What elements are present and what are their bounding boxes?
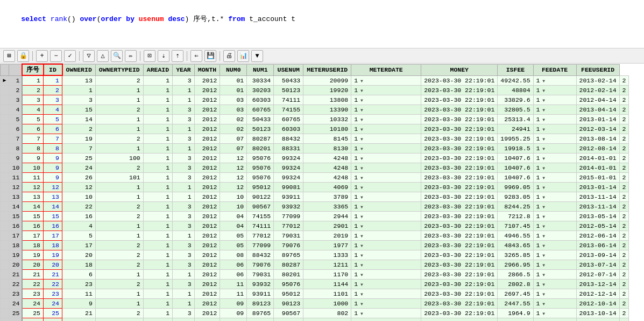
row-indicator	[1, 114, 9, 124]
table-cell: 18	[22, 240, 44, 250]
col-feeuserid-header[interactable]: FEEUSERID	[576, 64, 619, 75]
col-meteruserid-header[interactable]: METERUSERID	[303, 64, 351, 75]
table-row[interactable]: 15151516213201204741557709929441 ▼2023-0…	[1, 211, 629, 221]
table-cell: 26	[62, 172, 96, 182]
col-month-header[interactable]: MONTH	[194, 64, 220, 75]
table-cell: 1	[95, 124, 143, 134]
remove-button[interactable]: −	[50, 50, 62, 62]
table-row[interactable]: 9992510013201212950769932442481 ▼2023-03…	[1, 153, 629, 163]
confirm-button[interactable]: ✓	[64, 50, 76, 62]
table-cell: 2012	[194, 182, 220, 192]
nav-down-button[interactable]: ⇣	[158, 50, 169, 62]
table-cell: 2	[619, 75, 629, 85]
table-row[interactable]: 12121212111201212950129908140691 ▼2023-0…	[1, 182, 629, 192]
search-button[interactable]: 🔍	[111, 50, 123, 62]
table-cell: 1	[143, 269, 172, 279]
table-cell: 2	[95, 260, 143, 269]
sql-keyword-over: over	[80, 15, 96, 23]
table-row[interactable]: 22222223213201211939329507611441 ▼2023-0…	[1, 279, 629, 289]
table-row[interactable]: ▶111132132012013033450433200991 ▼2023-03…	[1, 75, 629, 85]
col-meterdate-header[interactable]: METERDATE	[351, 64, 421, 75]
table-cell: 99324	[274, 163, 303, 172]
table-row[interactable]: 262626811120120888331891237921 ▼2023-03-…	[1, 318, 629, 321]
table-row[interactable]: 2525252121320120989765905678021 ▼2023-03…	[1, 308, 629, 318]
add-button[interactable]: +	[36, 50, 48, 62]
table-cell: 2012	[194, 163, 220, 172]
table-cell: 2697.45	[498, 289, 533, 298]
table-row[interactable]: 1717175111201205770127903120191 ▼2023-03…	[1, 231, 629, 240]
filter-up-button[interactable]: △	[97, 50, 109, 62]
row-indicator	[1, 201, 9, 211]
row-indicator	[1, 318, 9, 321]
col-feedate-header[interactable]: FEEDATE	[533, 64, 576, 75]
table-cell: 2023-03-30 22:19:01	[421, 143, 498, 153]
table-cell: 93932	[274, 201, 303, 211]
row-indicator	[1, 279, 9, 289]
table-row[interactable]: 1616164113201204741117701229011 ▼2023-03…	[1, 221, 629, 231]
nav-up-button[interactable]: ⇡	[172, 50, 183, 62]
col-usenum-header[interactable]: USENUM	[274, 64, 303, 75]
table-row[interactable]: 33331112012036030374111138081 ▼2023-03-3…	[1, 95, 629, 104]
table-button[interactable]: ⊡	[144, 50, 155, 62]
table-cell: 100	[95, 153, 143, 163]
table-cell: 49242.55	[498, 75, 533, 85]
table-cell: 2019	[303, 231, 351, 240]
table-row[interactable]: 20202018213201206790768028712111 ▼2023-0…	[1, 260, 629, 269]
col-seqno-header[interactable]: 序号	[22, 64, 44, 75]
print-button[interactable]: 🖨	[223, 50, 235, 62]
table-cell: 1 ▼	[351, 114, 421, 124]
table-cell: 93911	[247, 289, 274, 298]
col-ownertypeid-header[interactable]: OWNERTYPEID	[95, 64, 143, 75]
table-row[interactable]: 14141422213201210905679393233651 ▼2023-0…	[1, 201, 629, 211]
table-row[interactable]: 13131310111201210901229391137891 ▼2023-0…	[1, 192, 629, 201]
grid-button[interactable]: ⊞	[3, 50, 15, 62]
table-row[interactable]: 66621112012025012360303101801 ▼2023-03-3…	[1, 124, 629, 134]
table-cell: 1 ▼	[533, 143, 576, 153]
table-cell: 24941	[498, 124, 533, 134]
table-row[interactable]: 18181817213201205770997907619771 ▼2023-0…	[1, 240, 629, 250]
table-row[interactable]: 444152132012036076574155133901 ▼2023-03-…	[1, 104, 629, 114]
table-cell: 12	[220, 153, 247, 163]
table-row[interactable]: 22211112012013020350123199201 ▼2023-03-3…	[1, 85, 629, 95]
table-cell: 9	[22, 153, 44, 163]
table-cell: 1	[143, 250, 172, 260]
table-cell: 2012	[194, 143, 220, 153]
table-cell: 2012-09-14	[576, 318, 619, 321]
table-cell: 3	[173, 260, 195, 269]
expand-button[interactable]: ▼	[251, 50, 263, 62]
pencil-button[interactable]: ✏	[125, 50, 137, 62]
table-row[interactable]: 1010924213201212950769932442481 ▼2023-03…	[1, 163, 629, 172]
col-ownerid-header[interactable]: OWNERID	[62, 64, 96, 75]
col-year-header[interactable]: YEAR	[173, 64, 195, 75]
table-row[interactable]: 19191920213201208884328976513331 ▼2023-0…	[1, 250, 629, 260]
save-button[interactable]: 💾	[204, 50, 216, 62]
table-cell: 2	[95, 134, 143, 143]
table-cell: 19920	[303, 85, 351, 95]
data-table-container[interactable]: 序号 ID OWNERID OWNERTYPEID AREAID YEAR MO…	[0, 64, 644, 321]
table-cell: 02	[220, 114, 247, 124]
col-num0-header[interactable]: NUM0	[220, 64, 247, 75]
table-row[interactable]: 2121216111201206790318020111701 ▼2023-03…	[1, 269, 629, 279]
table-row[interactable]: 23232311111201211939119501211011 ▼2023-0…	[1, 289, 629, 298]
table-cell: 1	[143, 289, 172, 298]
table-row[interactable]: 555141132012025043360765103321 ▼2023-03-…	[1, 114, 629, 124]
col-areaid-header[interactable]: AREAID	[143, 64, 172, 75]
table-row[interactable]: 111192610113201212950769932442481 ▼2023-…	[1, 172, 629, 182]
table-cell: 15	[62, 104, 96, 114]
col-id-header[interactable]: ID	[44, 64, 62, 75]
table-row[interactable]: 77719213201207802878843281451 ▼2023-03-3…	[1, 134, 629, 143]
filter-down-button[interactable]: ▽	[83, 50, 95, 62]
left-arrow-button[interactable]: ⇐	[190, 50, 202, 62]
chart-button[interactable]: 📊	[237, 50, 249, 62]
lock-button[interactable]: 🔒	[17, 50, 29, 62]
col-num1-header[interactable]: NUM1	[247, 64, 274, 75]
col-money-header[interactable]: MONEY	[421, 64, 498, 75]
col-isfee-header[interactable]: ISFEE	[498, 64, 533, 75]
sql-editor[interactable]: select rank() over(order by usenum desc)…	[0, 0, 644, 48]
separator-5	[220, 51, 220, 61]
table-cell: 14	[62, 114, 96, 124]
table-row[interactable]: 2424249111201209891239012310001 ▼2023-03…	[1, 298, 629, 308]
table-cell: 10	[220, 201, 247, 211]
table-row[interactable]: 8887111201207802018833181301 ▼2023-03-30…	[1, 143, 629, 153]
table-cell: 2	[619, 289, 629, 298]
